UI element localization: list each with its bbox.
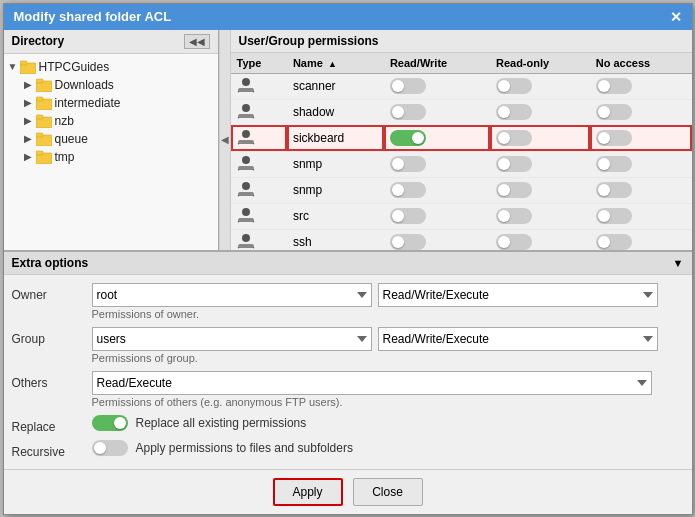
toggle-knob (498, 158, 510, 170)
col-read-write: Read/Write (384, 53, 490, 74)
table-row[interactable]: shadow (231, 99, 692, 125)
no-access-toggle[interactable] (596, 78, 632, 94)
tree-item-nzb[interactable]: ▶ nzb (4, 112, 218, 130)
read-only-toggle[interactable] (496, 130, 532, 146)
tree-item-tmp[interactable]: ▶ tmp (4, 148, 218, 166)
close-dialog-button[interactable]: Close (353, 478, 423, 506)
table-row[interactable]: ssh (231, 229, 692, 250)
col-read-only: Read-only (490, 53, 590, 74)
replace-label: Replace (12, 413, 92, 438)
read-only-toggle[interactable] (496, 234, 532, 250)
group-label: Group (12, 325, 92, 369)
no-access-toggle[interactable] (596, 130, 632, 146)
cell-name: snmp (287, 177, 384, 203)
cell-no-access (590, 229, 692, 250)
no-access-toggle[interactable] (596, 234, 632, 250)
cell-type (231, 125, 287, 151)
svg-point-20 (242, 182, 250, 190)
read-only-toggle[interactable] (496, 78, 532, 94)
user-icon (237, 77, 255, 93)
permissions-table: Type Name ▲ Read/Write Read-only No acce… (231, 53, 692, 250)
toggle-knob (498, 236, 510, 248)
permissions-title: User/Group permissions (239, 34, 379, 48)
others-select[interactable]: Read/Execute Read/Write/Execute Read/Wri… (92, 371, 652, 395)
cell-type (231, 177, 287, 203)
read-write-toggle[interactable] (390, 104, 426, 120)
owner-select[interactable]: root admin (92, 283, 372, 307)
cell-read-only (490, 177, 590, 203)
table-row[interactable]: snmp (231, 151, 692, 177)
tmp-folder-icon (36, 150, 52, 164)
read-write-toggle[interactable] (390, 208, 426, 224)
apply-button[interactable]: Apply (273, 478, 343, 506)
extra-options-title: Extra options (12, 256, 89, 270)
read-write-toggle[interactable] (390, 130, 426, 146)
recursive-label: Recursive (12, 438, 92, 463)
toggle-knob (598, 80, 610, 92)
directory-panel: Directory ◀◀ ▼ HTPCGuides (4, 30, 219, 250)
no-access-toggle[interactable] (596, 156, 632, 172)
group-value: users root admin Read/Write/Execute Read… (92, 325, 684, 369)
read-only-toggle[interactable] (496, 182, 532, 198)
col-type: Type (231, 53, 287, 74)
collapse-button[interactable]: ◀◀ (184, 34, 210, 49)
tree-item-queue[interactable]: ▶ queue (4, 130, 218, 148)
table-row[interactable]: snmp (231, 177, 692, 203)
toggle-knob (498, 132, 510, 144)
panel-divider[interactable]: ◀ (219, 30, 231, 250)
read-write-toggle[interactable] (390, 156, 426, 172)
intermediate-arrow-icon: ▶ (24, 97, 36, 108)
table-row[interactable]: src (231, 203, 692, 229)
cell-type (231, 151, 287, 177)
toggle-knob (498, 106, 510, 118)
svg-rect-25 (238, 244, 254, 248)
others-desc: Permissions of others (e.g. anonymous FT… (92, 395, 684, 411)
right-panel: User/Group permissions Type Name ▲ Read/… (231, 30, 692, 250)
recursive-text: Apply permissions to files and subfolder… (136, 441, 353, 455)
queue-folder-icon (36, 132, 52, 146)
svg-point-14 (242, 104, 250, 112)
replace-toggle[interactable] (92, 415, 128, 431)
cell-name: scanner (287, 73, 384, 99)
table-header-row: Type Name ▲ Read/Write Read-only No acce… (231, 53, 692, 74)
read-write-toggle[interactable] (390, 182, 426, 198)
table-row[interactable]: scanner (231, 73, 692, 99)
owner-label: Owner (12, 281, 92, 325)
read-write-toggle[interactable] (390, 234, 426, 250)
replace-row: Replace all existing permissions (92, 415, 684, 431)
toggle-knob (392, 80, 404, 92)
cell-no-access (590, 203, 692, 229)
table-row[interactable]: sickbeard (231, 125, 692, 151)
no-access-toggle[interactable] (596, 208, 632, 224)
tree-item-intermediate[interactable]: ▶ intermediate (4, 94, 218, 112)
toggle-knob (598, 132, 610, 144)
svg-rect-1 (20, 61, 27, 65)
close-button[interactable]: ✕ (670, 9, 682, 25)
read-only-toggle[interactable] (496, 104, 532, 120)
tree-item-downloads[interactable]: ▶ Downloads (4, 76, 218, 94)
cell-name: snmp (287, 151, 384, 177)
read-only-toggle[interactable] (496, 156, 532, 172)
owner-permission-select[interactable]: Read/Write/Execute Read/Write Read/Execu… (378, 283, 658, 307)
cell-read-only (490, 229, 590, 250)
replace-toggle-knob (114, 417, 126, 429)
toggle-knob (392, 210, 404, 222)
button-bar: Apply Close (4, 469, 692, 514)
cell-read-write (384, 177, 490, 203)
group-select[interactable]: users root admin (92, 327, 372, 351)
toggle-knob (498, 210, 510, 222)
no-access-toggle[interactable] (596, 104, 632, 120)
no-access-toggle[interactable] (596, 182, 632, 198)
cell-read-write (384, 203, 490, 229)
user-icon (237, 155, 255, 171)
svg-rect-9 (36, 133, 43, 137)
col-no-access: No access (590, 53, 692, 74)
cell-read-write (384, 151, 490, 177)
read-write-toggle[interactable] (390, 78, 426, 94)
recursive-toggle[interactable] (92, 440, 128, 456)
group-permission-select[interactable]: Read/Write/Execute Read/Write Read/Execu… (378, 327, 658, 351)
col-name[interactable]: Name ▲ (287, 53, 384, 74)
read-only-toggle[interactable] (496, 208, 532, 224)
tree-root[interactable]: ▼ HTPCGuides (4, 58, 218, 76)
toggle-knob (392, 184, 404, 196)
